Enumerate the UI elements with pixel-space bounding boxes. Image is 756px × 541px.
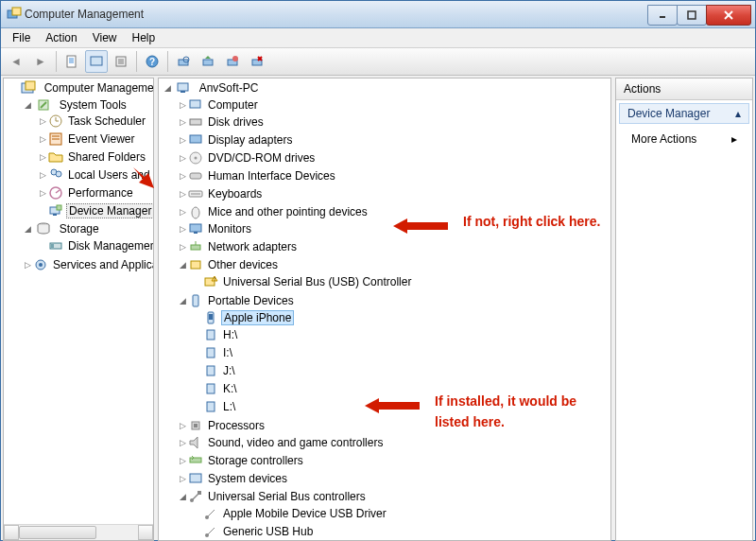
actions-more[interactable]: More Actions ▸ <box>616 127 752 151</box>
expand-icon[interactable]: ◢ <box>23 97 33 113</box>
forward-button[interactable]: ► <box>29 50 52 73</box>
tree-event-viewer[interactable]: ▷Event Viewer <box>38 130 153 148</box>
scroll-left-button[interactable] <box>4 525 19 540</box>
minimize-button[interactable] <box>647 5 678 26</box>
cat-system-devices[interactable]: ▷System devices <box>178 469 610 487</box>
uninstall-icon <box>250 55 264 68</box>
actions-more-label: More Actions <box>631 132 696 146</box>
cat-portable[interactable]: ◢Portable Devices ▷Apple iPhone ▷H:\ ▷I:… <box>178 291 610 416</box>
toolbar-btn-disable[interactable] <box>221 50 244 73</box>
svg-rect-27 <box>26 81 35 90</box>
toolbar-btn-uninstall[interactable] <box>246 50 268 73</box>
cat-processors[interactable]: ▷Processors <box>178 416 610 434</box>
expand-icon[interactable]: ◢ <box>163 80 173 96</box>
cat-network[interactable]: ▷Network adapters <box>178 237 610 255</box>
tree-device-manager[interactable]: ▷Device Manager <box>38 201 153 219</box>
close-button[interactable] <box>706 5 751 26</box>
expand-icon[interactable]: ▷ <box>38 131 48 147</box>
cat-dvd[interactable]: ▷DVD/CD-ROM drives <box>178 148 610 166</box>
tree-services[interactable]: ▷Services and Applications <box>23 255 153 273</box>
menu-file[interactable]: File <box>5 29 38 46</box>
tree-storage[interactable]: ◢ Storage ▷Disk Management <box>23 220 153 256</box>
titlebar[interactable]: Computer Management <box>1 1 755 28</box>
dev-drive-l[interactable]: ▷L:\ <box>193 397 610 415</box>
svg-rect-59 <box>190 224 201 232</box>
dev-drive-k[interactable]: ▷K:\ <box>193 379 610 397</box>
tree-task-scheduler[interactable]: ▷Task Scheduler <box>38 113 153 131</box>
svg-rect-55 <box>190 173 201 179</box>
folder-icon <box>48 149 63 165</box>
navigation-tree-panel[interactable]: ▷ Computer Management (Local ◢ System To… <box>3 78 154 541</box>
cat-usb-controllers[interactable]: ◢Universal Serial Bus controllers ▷Apple… <box>178 487 610 541</box>
tree-performance[interactable]: ▷Performance <box>38 183 153 201</box>
svg-rect-61 <box>191 245 200 250</box>
cat-keyboards[interactable]: ▷Keyboards <box>178 184 610 202</box>
computer-icon <box>188 97 203 113</box>
dev-drive-i[interactable]: ▷I:\ <box>193 343 610 361</box>
svg-rect-10 <box>91 57 102 65</box>
actions-section-label: Device Manager <box>627 107 710 120</box>
toolbar-btn-1[interactable] <box>60 50 83 73</box>
tree-root[interactable]: ▷ Computer Management (Local ◢ System To… <box>8 79 153 274</box>
dev-apple-mobile[interactable]: ▷Apple Mobile Device USB Driver <box>193 504 610 522</box>
device-tree-panel[interactable]: ◢ AnvSoft-PC ▷Computer ▷Disk drives ▷Dis… <box>158 78 611 541</box>
expand-icon[interactable]: ▷ <box>38 113 48 129</box>
svg-rect-60 <box>194 232 198 234</box>
toolbar-btn-2[interactable] <box>85 50 108 73</box>
dev-drive-h[interactable]: ▷H:\ <box>193 326 610 344</box>
svg-rect-52 <box>190 135 201 143</box>
svg-rect-74 <box>207 402 215 411</box>
drive-icon <box>203 399 218 414</box>
cat-storage-ctrl[interactable]: ▷Storage controllers <box>178 451 610 469</box>
toolbar-btn-3[interactable] <box>110 50 132 73</box>
dev-drive-j[interactable]: ▷J:\ <box>193 361 610 379</box>
monitor-icon <box>188 221 203 236</box>
svg-rect-76 <box>194 424 198 428</box>
screen-icon <box>90 55 103 68</box>
menu-action[interactable]: Action <box>38 29 84 46</box>
expand-icon[interactable]: ▷ <box>38 167 48 183</box>
toolbar-btn-scan[interactable] <box>172 50 195 73</box>
svg-point-58 <box>192 207 199 218</box>
drive-icon <box>203 327 218 342</box>
toolbar-btn-update[interactable] <box>197 50 219 73</box>
cat-other-devices[interactable]: ◢Other devices ▷!Universal Serial Bus (U… <box>178 255 610 291</box>
menu-help[interactable]: Help <box>125 29 163 46</box>
menu-view[interactable]: View <box>85 29 125 46</box>
cat-monitors[interactable]: ▷Monitors <box>178 220 610 238</box>
cat-computer[interactable]: ▷Computer <box>178 96 610 113</box>
cat-mice[interactable]: ▷Mice and other pointing devices <box>178 202 610 220</box>
tree-shared-folders[interactable]: ▷Shared Folders <box>38 148 153 166</box>
svg-rect-19 <box>203 60 213 65</box>
tree-disk-management[interactable]: ▷Disk Management <box>38 236 153 254</box>
back-button[interactable]: ◄ <box>5 50 27 73</box>
expand-icon[interactable]: ▷ <box>38 185 48 201</box>
page-icon <box>65 55 78 68</box>
help-button[interactable]: ? <box>141 50 163 73</box>
update-icon <box>201 55 215 68</box>
dev-generic-hub-1[interactable]: ▷Generic USB Hub <box>193 522 610 540</box>
usb-device-icon <box>203 524 218 539</box>
dev-usb-controller[interactable]: ▷!Universal Serial Bus (USB) Controller <box>193 272 610 290</box>
device-root[interactable]: ◢ AnvSoft-PC ▷Computer ▷Disk drives ▷Dis… <box>163 79 610 541</box>
expand-icon[interactable]: ▷ <box>38 149 48 165</box>
list-icon <box>114 55 128 68</box>
svg-point-37 <box>56 171 61 177</box>
actions-section[interactable]: Device Manager ▴ <box>619 103 749 124</box>
svg-point-47 <box>39 263 43 267</box>
expand-icon[interactable]: ◢ <box>23 221 33 236</box>
dev-apple-iphone[interactable]: ▷Apple iPhone <box>193 308 610 326</box>
svg-rect-50 <box>190 100 200 108</box>
scroll-thumb[interactable] <box>19 526 96 539</box>
cat-display[interactable]: ▷Display adapters <box>178 131 610 148</box>
horizontal-scrollbar[interactable] <box>4 524 153 540</box>
cat-sound[interactable]: ▷Sound, video and game controllers <box>178 434 610 452</box>
scroll-right-button[interactable] <box>138 525 153 540</box>
tree-system-tools[interactable]: ◢ System Tools ▷Task Scheduler ▷Event Vi… <box>23 96 153 220</box>
expand-icon[interactable]: ▷ <box>23 257 33 272</box>
collapse-icon[interactable]: ▴ <box>735 107 741 120</box>
maximize-button[interactable] <box>677 5 707 26</box>
tree-local-users[interactable]: ▷Local Users and Groups <box>38 166 153 183</box>
cat-disk-drives[interactable]: ▷Disk drives <box>178 113 610 131</box>
cat-hid[interactable]: ▷Human Interface Devices <box>178 166 610 184</box>
